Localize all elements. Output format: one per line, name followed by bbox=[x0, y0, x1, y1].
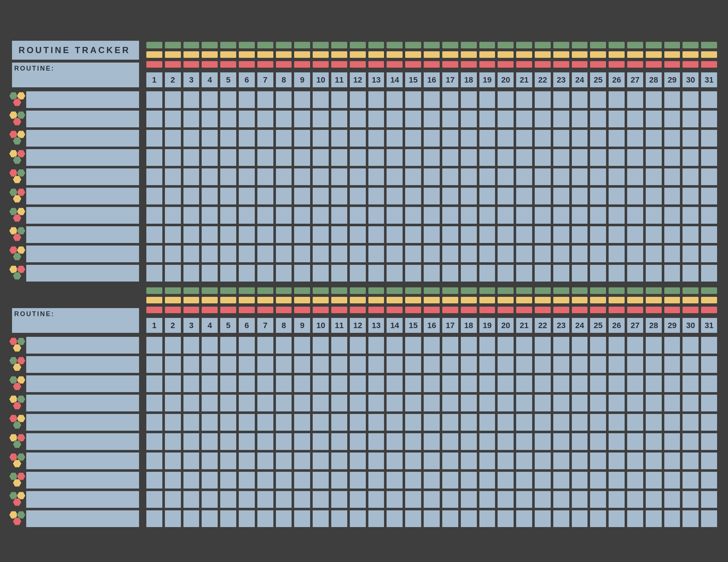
tracker-cell[interactable] bbox=[461, 226, 477, 243]
tracker-cell[interactable] bbox=[461, 337, 477, 354]
tracker-cell[interactable] bbox=[165, 395, 181, 411]
tracker-cell[interactable] bbox=[553, 111, 569, 127]
tracker-cell[interactable] bbox=[498, 395, 514, 411]
tracker-cell[interactable] bbox=[572, 168, 588, 185]
tracker-cell[interactable] bbox=[609, 265, 625, 282]
tracker-cell[interactable] bbox=[368, 149, 384, 166]
tracker-cell[interactable] bbox=[294, 111, 310, 127]
tracker-cell[interactable] bbox=[609, 246, 625, 262]
tracker-cell[interactable] bbox=[183, 246, 199, 262]
tracker-cell[interactable] bbox=[220, 91, 236, 108]
tracker-cell[interactable] bbox=[609, 168, 625, 185]
tracker-cell[interactable] bbox=[276, 130, 292, 147]
tracker-cell[interactable] bbox=[294, 149, 310, 166]
tracker-cell[interactable] bbox=[701, 226, 717, 243]
tracker-cell[interactable] bbox=[183, 356, 199, 373]
tracker-cell[interactable] bbox=[553, 149, 569, 166]
tracker-cell[interactable] bbox=[553, 356, 569, 373]
tracker-cell[interactable] bbox=[239, 433, 255, 450]
tracker-cell[interactable] bbox=[682, 168, 699, 185]
tracker-cell[interactable] bbox=[498, 246, 514, 262]
tracker-cell[interactable] bbox=[646, 246, 662, 262]
tracker-cell[interactable] bbox=[664, 130, 680, 147]
tracker-cell[interactable] bbox=[442, 491, 458, 508]
tracker-cell[interactable] bbox=[498, 510, 514, 527]
tracker-cell[interactable] bbox=[609, 130, 625, 147]
tracker-cell[interactable] bbox=[368, 246, 384, 262]
tracker-cell[interactable] bbox=[590, 433, 606, 450]
tracker-cell[interactable] bbox=[146, 510, 162, 527]
tracker-cell[interactable] bbox=[627, 433, 643, 450]
tracker-cell[interactable] bbox=[646, 188, 662, 204]
tracker-cell[interactable] bbox=[535, 149, 551, 166]
tracker-cell[interactable] bbox=[442, 356, 458, 373]
tracker-cell[interactable] bbox=[572, 91, 588, 108]
tracker-cell[interactable] bbox=[387, 168, 403, 185]
tracker-cell[interactable] bbox=[405, 168, 421, 185]
tracker-cell[interactable] bbox=[646, 168, 662, 185]
tracker-cell[interactable] bbox=[701, 395, 717, 411]
tracker-cell[interactable] bbox=[682, 207, 699, 224]
tracker-cell[interactable] bbox=[498, 375, 514, 392]
tracker-cell[interactable] bbox=[682, 130, 699, 147]
tracker-cell[interactable] bbox=[664, 337, 680, 354]
tracker-cell[interactable] bbox=[498, 414, 514, 431]
tracker-cell[interactable] bbox=[646, 265, 662, 282]
tracker-cell[interactable] bbox=[239, 226, 255, 243]
tracker-cell[interactable] bbox=[220, 337, 236, 354]
tracker-cell[interactable] bbox=[331, 337, 347, 354]
tracker-cell[interactable] bbox=[701, 207, 717, 224]
tracker-cell[interactable] bbox=[146, 265, 162, 282]
tracker-cell[interactable] bbox=[590, 414, 606, 431]
tracker-cell[interactable] bbox=[368, 226, 384, 243]
tracker-cell[interactable] bbox=[664, 491, 680, 508]
tracker-cell[interactable] bbox=[183, 395, 199, 411]
tracker-cell[interactable] bbox=[682, 265, 699, 282]
tracker-cell[interactable] bbox=[202, 414, 218, 431]
tracker-cell[interactable] bbox=[405, 453, 421, 469]
tracker-cell[interactable] bbox=[368, 472, 384, 489]
tracker-cell[interactable] bbox=[424, 337, 440, 354]
tracker-cell[interactable] bbox=[313, 414, 329, 431]
tracker-cell[interactable] bbox=[183, 337, 199, 354]
tracker-cell[interactable] bbox=[590, 130, 606, 147]
tracker-cell[interactable] bbox=[202, 149, 218, 166]
tracker-cell[interactable] bbox=[627, 265, 643, 282]
tracker-cell[interactable] bbox=[479, 433, 495, 450]
tracker-cell[interactable] bbox=[609, 395, 625, 411]
tracker-cell[interactable] bbox=[664, 111, 680, 127]
tracker-cell[interactable] bbox=[609, 207, 625, 224]
tracker-cell[interactable] bbox=[646, 510, 662, 527]
tracker-cell[interactable] bbox=[516, 510, 532, 527]
tracker-cell[interactable] bbox=[516, 491, 532, 508]
tracker-cell[interactable] bbox=[257, 472, 273, 489]
tracker-cell[interactable] bbox=[183, 265, 199, 282]
tracker-cell[interactable] bbox=[183, 111, 199, 127]
tracker-cell[interactable] bbox=[387, 337, 403, 354]
tracker-cell[interactable] bbox=[405, 246, 421, 262]
tracker-cell[interactable] bbox=[664, 510, 680, 527]
tracker-cell[interactable] bbox=[609, 472, 625, 489]
tracker-cell[interactable] bbox=[350, 337, 366, 354]
tracker-cell[interactable] bbox=[424, 510, 440, 527]
tracker-cell[interactable] bbox=[165, 510, 181, 527]
tracker-cell[interactable] bbox=[682, 149, 699, 166]
tracker-cell[interactable] bbox=[146, 433, 162, 450]
tracker-cell[interactable] bbox=[331, 395, 347, 411]
tracker-cell[interactable] bbox=[442, 130, 458, 147]
tracker-cell[interactable] bbox=[239, 111, 255, 127]
routine-item-label[interactable] bbox=[26, 375, 139, 392]
tracker-cell[interactable] bbox=[294, 226, 310, 243]
tracker-cell[interactable] bbox=[682, 91, 699, 108]
tracker-cell[interactable] bbox=[498, 226, 514, 243]
tracker-cell[interactable] bbox=[646, 375, 662, 392]
tracker-cell[interactable] bbox=[479, 375, 495, 392]
tracker-cell[interactable] bbox=[498, 188, 514, 204]
tracker-cell[interactable] bbox=[387, 207, 403, 224]
tracker-cell[interactable] bbox=[646, 414, 662, 431]
tracker-cell[interactable] bbox=[682, 491, 699, 508]
tracker-cell[interactable] bbox=[183, 91, 199, 108]
tracker-cell[interactable] bbox=[405, 337, 421, 354]
tracker-cell[interactable] bbox=[368, 130, 384, 147]
tracker-cell[interactable] bbox=[682, 472, 699, 489]
